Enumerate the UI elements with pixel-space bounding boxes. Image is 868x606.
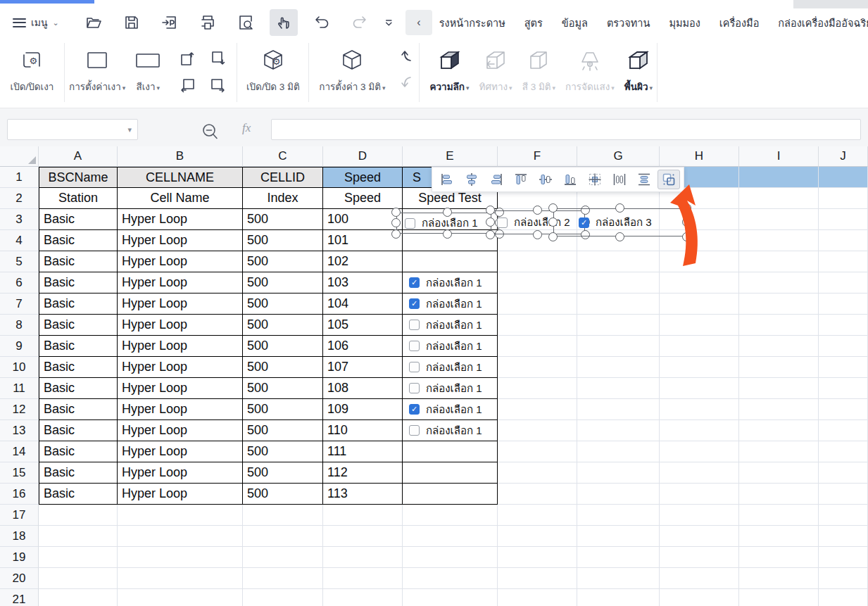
- save-button[interactable]: [118, 9, 146, 36]
- selection-handle[interactable]: [533, 206, 542, 215]
- tab-review[interactable]: ตรวจทาน: [607, 15, 650, 31]
- cell-F21[interactable]: [498, 589, 577, 606]
- zoom-out-button[interactable]: [201, 122, 220, 145]
- cell-J19[interactable]: [819, 547, 868, 568]
- cell-C18[interactable]: [243, 526, 323, 547]
- cell-C17[interactable]: [243, 505, 323, 526]
- column-header-J[interactable]: J: [819, 146, 868, 167]
- cell-G21[interactable]: [577, 589, 660, 606]
- cell-H11[interactable]: [660, 378, 739, 399]
- cell-J14[interactable]: [819, 441, 868, 462]
- nudge-shadow-left-button[interactable]: [172, 72, 203, 99]
- cell-E18[interactable]: [403, 526, 498, 547]
- row-header-12[interactable]: 12: [0, 399, 39, 420]
- cell-F17[interactable]: [498, 505, 577, 526]
- cell-D1[interactable]: Speed: [323, 167, 403, 188]
- cell-A3[interactable]: Basic: [39, 209, 118, 230]
- cell-H16[interactable]: [660, 484, 739, 505]
- cell-G7[interactable]: [577, 293, 660, 315]
- selected-checkbox-object-3[interactable]: ✓ กล่องเลือก 3: [553, 208, 686, 236]
- checkbox-control[interactable]: กล่องเลือก 1: [407, 359, 482, 376]
- cell-F16[interactable]: [498, 484, 577, 505]
- cell-D7[interactable]: 104: [323, 293, 403, 315]
- checkbox-control[interactable]: กล่องเลือก 1: [407, 317, 482, 334]
- cell-A6[interactable]: Basic: [39, 272, 118, 293]
- cell-I4[interactable]: [739, 230, 819, 251]
- cell-D6[interactable]: 103: [323, 272, 403, 293]
- cell-H6[interactable]: [660, 272, 739, 293]
- cell-C6[interactable]: 500: [243, 272, 323, 293]
- tab-tools[interactable]: เครื่องมือ: [719, 15, 760, 31]
- cell-F15[interactable]: [498, 462, 577, 484]
- selection-handle[interactable]: [548, 203, 558, 213]
- settings-3d-button[interactable]: การตั้งค่า 3 มิติ▾: [309, 44, 389, 96]
- cell-I1[interactable]: [739, 167, 819, 188]
- cell-F12[interactable]: [498, 399, 577, 420]
- cell-J6[interactable]: [819, 272, 868, 293]
- cell-E10[interactable]: กล่องเลือก 1: [403, 357, 498, 378]
- cell-F7[interactable]: [498, 293, 577, 315]
- selection-handle[interactable]: [486, 206, 495, 215]
- lighting-button[interactable]: การจัดแสง▾: [561, 44, 619, 96]
- cell-J16[interactable]: [819, 484, 868, 505]
- cell-F19[interactable]: [498, 547, 577, 568]
- surface-button[interactable]: พื้นผิว▾: [620, 44, 657, 96]
- cell-B7[interactable]: Hyper Loop: [118, 293, 243, 315]
- column-header-G[interactable]: G: [577, 146, 660, 167]
- cell-B14[interactable]: Hyper Loop: [118, 441, 243, 462]
- cell-C7[interactable]: 500: [243, 293, 323, 315]
- cell-E8[interactable]: กล่องเลือก 1: [403, 315, 498, 336]
- cell-E16[interactable]: [403, 484, 498, 505]
- cell-E13[interactable]: กล่องเลือก 1: [403, 420, 498, 441]
- cell-A10[interactable]: Basic: [39, 357, 118, 378]
- cell-J9[interactable]: [819, 336, 868, 357]
- cell-H10[interactable]: [660, 357, 739, 378]
- checkbox-control[interactable]: กล่องเลือก 1: [407, 380, 482, 397]
- align-right-button[interactable]: [485, 170, 508, 189]
- cell-A12[interactable]: Basic: [39, 399, 118, 420]
- more-commands-dropdown[interactable]: [380, 9, 398, 36]
- cell-I2[interactable]: [739, 188, 819, 209]
- print-button[interactable]: [194, 9, 222, 36]
- hand-tool-button[interactable]: [270, 9, 298, 36]
- cell-B18[interactable]: [118, 526, 243, 547]
- redo-button[interactable]: [346, 9, 374, 36]
- cell-B12[interactable]: Hyper Loop: [118, 399, 243, 420]
- cell-H7[interactable]: [660, 293, 739, 315]
- cell-C1[interactable]: CELLID: [243, 167, 323, 188]
- cell-D18[interactable]: [323, 526, 403, 547]
- cell-C16[interactable]: 500: [243, 484, 323, 505]
- cell-I14[interactable]: [739, 441, 819, 462]
- cell-B16[interactable]: Hyper Loop: [118, 484, 243, 505]
- cell-I13[interactable]: [739, 420, 819, 441]
- cell-J10[interactable]: [819, 357, 868, 378]
- row-header-1[interactable]: 1: [0, 167, 39, 188]
- cell-G9[interactable]: [577, 336, 660, 357]
- cell-F6[interactable]: [498, 272, 577, 293]
- cell-F13[interactable]: [498, 420, 577, 441]
- cell-I21[interactable]: [739, 589, 819, 606]
- cell-B8[interactable]: Hyper Loop: [118, 315, 243, 336]
- cell-G15[interactable]: [577, 462, 660, 484]
- export-pdf-button[interactable]: [156, 9, 184, 36]
- cell-E15[interactable]: [403, 462, 498, 484]
- distribute-horizontally-button[interactable]: [608, 170, 631, 189]
- cell-J8[interactable]: [819, 315, 868, 336]
- cell-D17[interactable]: [323, 505, 403, 526]
- checkbox-control[interactable]: ✓กล่องเลือก 1: [407, 401, 482, 418]
- cell-C2[interactable]: Index: [243, 188, 323, 209]
- nudge-shadow-down-button[interactable]: [203, 45, 234, 72]
- cell-F11[interactable]: [498, 378, 577, 399]
- cell-I6[interactable]: [739, 272, 819, 293]
- cell-D9[interactable]: 106: [323, 336, 403, 357]
- open-file-button[interactable]: [80, 9, 108, 36]
- row-header-5[interactable]: 5: [0, 251, 39, 272]
- cell-F10[interactable]: [498, 357, 577, 378]
- cell-C15[interactable]: 500: [243, 462, 323, 484]
- tilt-up-button[interactable]: [396, 48, 415, 66]
- cell-E5[interactable]: [403, 251, 498, 272]
- cell-G18[interactable]: [577, 526, 660, 547]
- selection-handle[interactable]: [486, 217, 495, 227]
- cell-D21[interactable]: [323, 589, 403, 606]
- cell-G12[interactable]: [577, 399, 660, 420]
